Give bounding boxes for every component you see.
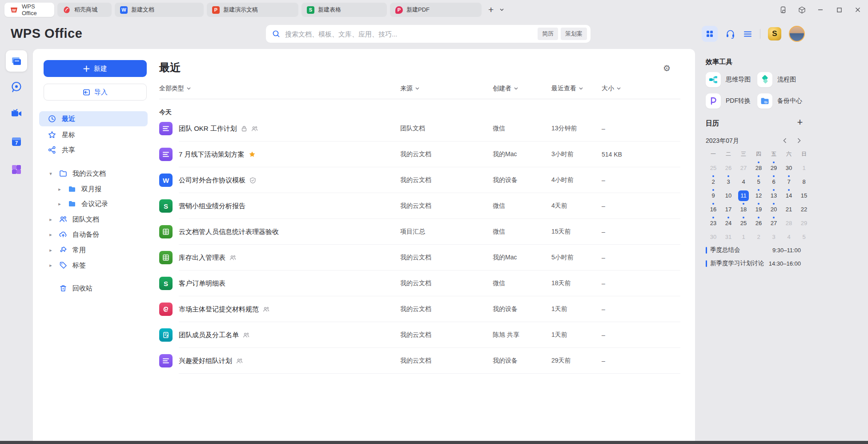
calendar-day[interactable]: 25 <box>736 216 751 230</box>
rail-docs-item[interactable] <box>6 50 27 72</box>
add-event-button[interactable]: + <box>795 117 805 128</box>
tab-1[interactable]: WWPS Office <box>4 3 54 17</box>
sidebar-tree-item[interactable]: ▸ 标签 <box>48 258 86 273</box>
file-row[interactable]: 7 月线下活动策划方案 我的云文档 我的Mac 3小时前 514 KB <box>159 141 680 167</box>
calendar-day[interactable]: 15 <box>796 189 812 202</box>
tab-list-chevron-icon[interactable] <box>500 8 504 11</box>
apps-grid-button[interactable] <box>702 26 718 42</box>
calendar-day[interactable]: 23 <box>706 216 721 230</box>
calendar-day[interactable]: 25 <box>706 161 721 175</box>
tool-backup[interactable]: 备份中心 <box>757 93 802 109</box>
settings-gear-icon[interactable]: ⚙ <box>663 63 671 73</box>
calendar-event[interactable]: 季度总结会 9:30–11:00 <box>706 245 801 255</box>
rail-apps-item[interactable] <box>6 159 27 180</box>
new-tab-button[interactable]: + <box>488 4 494 15</box>
calendar-day[interactable]: 7 <box>781 175 796 189</box>
sidebar-tree-item[interactable]: ▸ 双月报 <box>57 182 101 197</box>
tool-mindmap[interactable]: 思维导图 <box>706 72 751 87</box>
file-row[interactable]: 云文档管人员信息统计表理器验收 项目汇总 微信 15天前 – <box>159 219 680 245</box>
calendar-day[interactable]: 28 <box>781 216 796 230</box>
calendar-day[interactable]: 6 <box>766 175 781 189</box>
calendar-day[interactable]: 1 <box>736 230 751 244</box>
sidebar-tree-item[interactable]: ▸ 团队文档 <box>48 212 99 227</box>
calendar-day[interactable]: 30 <box>706 230 721 244</box>
sidebar-tree-item[interactable]: ▸ 会议记录 <box>57 196 108 211</box>
mobile-connect-icon[interactable] <box>779 6 787 14</box>
sidebar-tree-item[interactable]: ▾ 我的云文档 <box>48 166 106 181</box>
calendar-day[interactable]: 27 <box>766 216 781 230</box>
filter-5[interactable]: 大小 <box>602 85 621 93</box>
close-button[interactable] <box>854 6 862 14</box>
search-tag-plan[interactable]: 策划案 <box>561 28 587 40</box>
calendar-day[interactable]: 1 <box>796 161 812 175</box>
sidebar-tree-item[interactable]: ▸ 常用 <box>48 242 86 258</box>
caret-down-icon[interactable]: ▾ <box>48 171 53 177</box>
user-avatar[interactable] <box>789 26 805 42</box>
file-row[interactable]: S 营销小组业绩分析报告 我的云文档 微信 4天前 – <box>159 193 680 219</box>
search-bar[interactable]: 简历 策划案 <box>266 25 591 43</box>
calendar-prev-button[interactable] <box>780 136 789 145</box>
search-tag-resume[interactable]: 简历 <box>538 28 558 40</box>
filter-3[interactable]: 创建者 <box>493 85 518 93</box>
membership-badge[interactable]: S <box>768 27 781 40</box>
sidebar-item-trash[interactable]: 回收站 <box>48 281 92 296</box>
calendar-event[interactable]: 新季度学习计划讨论 14:30–16:00 <box>706 258 801 269</box>
calendar-day[interactable]: 9 <box>706 189 721 202</box>
calendar-day[interactable]: 26 <box>721 161 736 175</box>
calendar-day[interactable]: 5 <box>751 175 766 189</box>
calendar-day[interactable]: 18 <box>736 202 751 216</box>
caret-right-icon[interactable]: ▸ <box>48 262 53 268</box>
calendar-next-button[interactable] <box>795 136 804 145</box>
calendar-day[interactable]: 3 <box>721 175 736 189</box>
sidebar-item-recent[interactable]: 最近 <box>39 111 148 126</box>
calendar-day[interactable]: 16 <box>706 202 721 216</box>
main-menu-icon[interactable] <box>743 29 752 39</box>
tool-flowchart[interactable]: 流程图 <box>757 72 796 87</box>
tab-5[interactable]: S新建表格 <box>301 3 387 17</box>
workspace-cube-icon[interactable] <box>798 6 806 14</box>
calendar-day[interactable]: 13 <box>766 189 781 202</box>
rail-meeting-item[interactable] <box>6 103 27 124</box>
calendar-day[interactable]: 30 <box>781 161 796 175</box>
file-row[interactable]: W 公司对外合作协议模板 我的云文档 我的设备 4小时前 – <box>159 167 680 193</box>
caret-right-icon[interactable]: ▸ <box>48 247 53 253</box>
file-row[interactable]: S 客户订单明细表 我的云文档 微信 18天前 – <box>159 270 680 296</box>
calendar-day[interactable]: 20 <box>766 202 781 216</box>
caret-right-icon[interactable]: ▸ <box>57 186 62 192</box>
support-headset-icon[interactable] <box>725 29 735 39</box>
calendar-day[interactable]: 29 <box>796 216 812 230</box>
calendar-day[interactable]: 22 <box>796 202 812 216</box>
filter-2[interactable]: 来源 <box>400 85 419 93</box>
calendar-day[interactable]: 29 <box>766 161 781 175</box>
calendar-day[interactable]: 3 <box>766 230 781 244</box>
file-row[interactable]: 库存出入管理表 我的云文档 我的Mac 5小时前 – <box>159 245 680 270</box>
maximize-button[interactable] <box>835 6 843 14</box>
calendar-day[interactable]: 2 <box>706 175 721 189</box>
calendar-day[interactable]: 2 <box>751 230 766 244</box>
rail-calendar-item[interactable]: 7 <box>6 131 27 152</box>
search-input[interactable] <box>284 30 535 38</box>
calendar-day[interactable]: 19 <box>751 202 766 216</box>
file-row[interactable]: 兴趣爱好组队计划 我的云文档 我的设备 29天前 – <box>159 348 680 374</box>
calendar-day[interactable]: 12 <box>751 189 766 202</box>
calendar-day[interactable]: 31 <box>721 230 736 244</box>
calendar-day[interactable]: 14 <box>781 189 796 202</box>
file-row[interactable]: 团队成员及分工名单 我的云文档 陈旭 共享 1天前 – <box>159 322 680 348</box>
tab-2[interactable]: 稻壳商城 <box>57 3 112 17</box>
import-button[interactable]: 导入 <box>44 84 147 101</box>
tab-3[interactable]: W新建文档 <box>115 3 204 17</box>
calendar-day[interactable]: 24 <box>721 216 736 230</box>
calendar-day[interactable]: 21 <box>781 202 796 216</box>
calendar-day[interactable]: 8 <box>796 175 812 189</box>
calendar-day-selected[interactable]: 11 <box>736 189 751 202</box>
filter-1[interactable]: 全部类型 <box>159 85 191 93</box>
calendar-day[interactable]: 26 <box>751 216 766 230</box>
tab-6[interactable]: P新建PDF <box>390 3 482 17</box>
file-row[interactable]: 团队 OKR 工作计划 团队文档 微信 13分钟前 – <box>159 116 680 141</box>
file-row[interactable]: 市场主体登记提交材料规范 我的云文档 我的设备 1天前 – <box>159 296 680 322</box>
minimize-button[interactable] <box>816 6 824 14</box>
sidebar-item-starred[interactable]: 星标 <box>39 127 148 142</box>
sidebar-item-shared[interactable]: 共享 <box>39 142 148 157</box>
calendar-day[interactable]: 5 <box>796 230 812 244</box>
filter-4[interactable]: 最近查看 <box>551 85 583 93</box>
